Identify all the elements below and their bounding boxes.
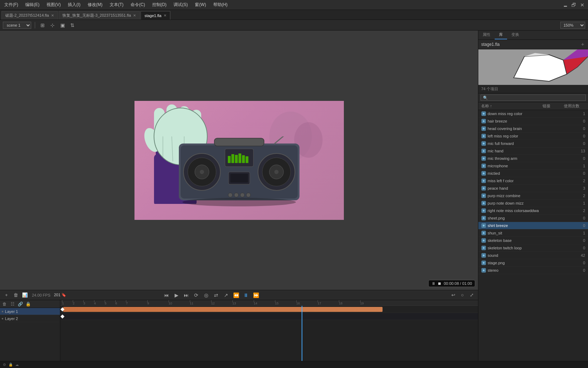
item-name-cell-11: purp mizz combine — [481, 193, 543, 198]
item-icon-9 — [481, 178, 486, 183]
tab-file-2[interactable]: 恢复_恢复_无标题-3_202371513551.fla ✕ — [59, 11, 140, 20]
close-button[interactable]: ✕ — [579, 2, 585, 8]
menu-command[interactable]: 命令(C) — [129, 1, 147, 9]
library-item-21[interactable]: stereo 0 — [478, 267, 588, 274]
tab-close-2[interactable]: ✕ — [133, 13, 136, 17]
library-item-10[interactable]: peace hand 3 — [478, 185, 588, 192]
snap-to-grid-button[interactable]: ⊞ — [39, 21, 46, 29]
library-table-header: 名称 ↑ 链接 使用次数 — [478, 102, 588, 110]
menu-window[interactable]: 窗(W) — [193, 1, 207, 9]
library-search-input[interactable] — [480, 94, 586, 101]
delete-layer-button[interactable]: 🗑 — [12, 292, 19, 299]
svg-point-22 — [274, 170, 279, 174]
tab-close-3[interactable]: ✕ — [164, 13, 166, 17]
library-item-9[interactable]: miss left f color 2 — [478, 177, 588, 185]
item-name-18: skeleton twitch loop — [488, 246, 522, 250]
go-to-end-button[interactable]: ⏭ — [182, 291, 191, 299]
library-item-1[interactable]: hair breeze 0 — [478, 118, 588, 125]
tab-properties[interactable]: 属性 — [478, 31, 495, 39]
library-item-6[interactable]: mic throwing arm 0 — [478, 155, 588, 162]
layer-row-1[interactable]: ● Layer 1 — [0, 308, 60, 315]
onion-skin-button[interactable]: ◎ — [202, 291, 210, 299]
library-item-17[interactable]: skeleton base 0 — [478, 237, 588, 244]
menu-file[interactable]: 文件(F) — [3, 1, 20, 9]
menu-modify[interactable]: 修改(M) — [86, 1, 104, 9]
library-info: 74 个项目 — [478, 85, 588, 93]
fps-label: FPS — [43, 293, 50, 297]
library-item-7[interactable]: microphone 1 — [478, 162, 588, 170]
new-layer-button[interactable]: + — [3, 292, 10, 299]
redo-button[interactable]: ○ — [459, 292, 466, 299]
loop-button[interactable]: ⟳ — [192, 291, 200, 299]
item-use-6: 0 — [564, 156, 585, 161]
canvas-container[interactable]: ⏸ ⏹ 00:00:08 / 01:00 — [0, 31, 478, 290]
item-use-2: 0 — [564, 126, 585, 131]
item-icon-2 — [481, 126, 486, 131]
expand-timeline-button[interactable]: ⤢ — [468, 292, 475, 299]
maximize-button[interactable]: 🗗 — [571, 2, 577, 8]
ruler-tick-50: 10 — [169, 300, 172, 305]
minimize-button[interactable]: 🗕 — [562, 2, 568, 8]
align-button[interactable]: ⇅ — [68, 21, 76, 29]
export-button[interactable]: ↗ — [222, 291, 230, 299]
snap-objects-button[interactable]: ⊹ — [49, 21, 56, 29]
tab-file-3[interactable]: stage1.fla ✕ — [141, 11, 170, 20]
library-item-14[interactable]: sheet.png 0 — [478, 215, 588, 222]
menu-help[interactable]: 帮助(H) — [212, 1, 229, 9]
tab-library[interactable]: 库 — [495, 31, 507, 39]
library-item-0[interactable]: down miss reg color 1 — [478, 110, 588, 118]
go-to-start-button[interactable]: ⏮ — [162, 291, 171, 299]
menu-control[interactable]: 控制(D) — [151, 1, 168, 9]
sort-icon[interactable]: ↑ — [490, 104, 492, 108]
clip-button[interactable]: ▣ — [59, 21, 66, 29]
rewind-button[interactable]: ⏪ — [232, 291, 240, 299]
outline-all-button[interactable]: 🔗 — [17, 301, 23, 307]
layer-controls: 🗑 ☷ 🔗 🔒 — [0, 300, 60, 308]
play-button[interactable]: ▶ — [172, 291, 181, 299]
undo-button[interactable]: ↩ — [450, 292, 457, 299]
library-item-12[interactable]: purp note down mizz 1 — [478, 200, 588, 207]
library-item-16[interactable]: shun_sit 1 — [478, 229, 588, 237]
lock-all-layers-button[interactable]: 🗑 — [1, 301, 8, 307]
tab-transform[interactable]: 变换 — [507, 31, 523, 39]
playhead[interactable] — [302, 306, 302, 361]
pause-button[interactable]: ⏸ — [242, 291, 250, 299]
status-icon-1[interactable]: ⚙ — [3, 363, 6, 367]
item-icon-5 — [481, 148, 486, 153]
library-item-5[interactable]: mic hand 13 — [478, 147, 588, 155]
hide-all-layers-button[interactable]: ☷ — [9, 301, 16, 307]
track-row-1 — [60, 306, 478, 313]
scene-selector[interactable]: scene 1 — [3, 22, 31, 29]
layer-lock-button[interactable]: 🔒 — [25, 301, 31, 307]
layer-row-2[interactable]: ● Layer 2 — [0, 315, 60, 322]
ruler-tick-80: 13 — [232, 300, 236, 305]
status-icon-3[interactable]: ☁ — [15, 363, 19, 367]
library-item-15[interactable]: shirt breeze 0 — [478, 222, 588, 229]
item-use-13: 2 — [564, 209, 585, 213]
library-item-3[interactable]: left miss reg color 0 — [478, 132, 588, 140]
tab-file-1[interactable]: 破题-2_20237t512414.fla ✕ — [1, 11, 58, 20]
menu-text[interactable]: 文本(T) — [108, 1, 125, 9]
library-item-20[interactable]: stage.png 0 — [478, 259, 588, 267]
playback-stop-icon[interactable]: ⏹ — [438, 281, 441, 286]
menu-edit[interactable]: 编辑(E) — [24, 1, 41, 9]
fast-forward-button[interactable]: ⏩ — [252, 291, 260, 299]
menu-insert[interactable]: 插入(I) — [66, 1, 82, 9]
main-area: ⏸ ⏹ 00:00:08 / 01:00 + 🗑 📊 24.00 FPS — [0, 31, 588, 361]
library-item-11[interactable]: purp mizz combine 2 — [478, 192, 588, 200]
library-item-2[interactable]: head covering brain 0 — [478, 125, 588, 132]
library-item-19[interactable]: sound 42 — [478, 252, 588, 259]
zoom-selector[interactable]: 150% 100% 75% 50% — [560, 22, 585, 29]
library-item-4[interactable]: mic full forward 0 — [478, 140, 588, 147]
tab-close-1[interactable]: ✕ — [51, 13, 54, 17]
playback-pause-icon[interactable]: ⏸ — [432, 281, 435, 286]
sync-button[interactable]: ⇄ — [212, 291, 220, 299]
library-item-13[interactable]: right note miss colorsawddwa 2 — [478, 207, 588, 215]
library-item-18[interactable]: skeleton twitch loop 0 — [478, 244, 588, 252]
timeline-options-button[interactable]: 📊 — [21, 292, 28, 299]
menu-debug[interactable]: 调试(S) — [172, 1, 189, 9]
menu-view[interactable]: 视图(V) — [45, 1, 62, 9]
panel-add-button[interactable]: ＋ — [580, 41, 585, 48]
library-item-8[interactable]: mictied 0 — [478, 170, 588, 177]
status-icon-2[interactable]: 🔒 — [9, 363, 13, 367]
